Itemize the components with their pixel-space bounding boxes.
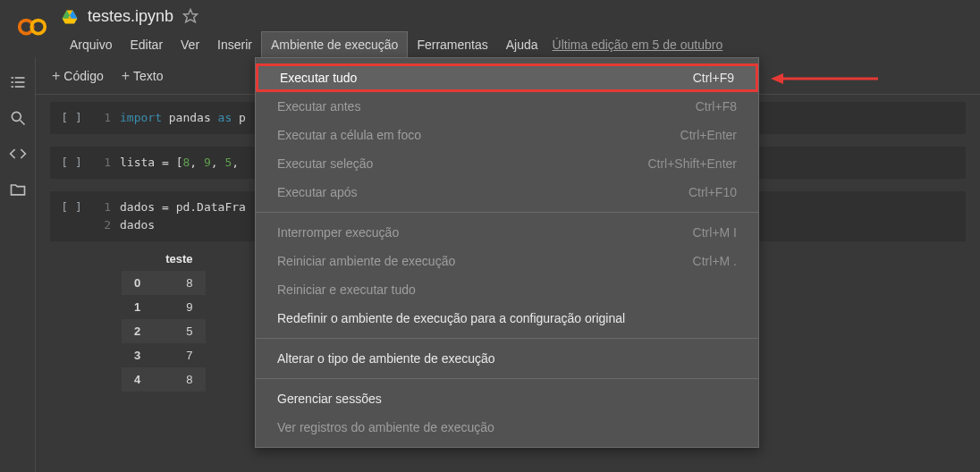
line-number: 2 <box>93 216 111 234</box>
cell-value: 5 <box>153 319 205 343</box>
table-row: 48 <box>122 367 206 392</box>
code-line: dados = pd.DataFra <box>120 198 246 216</box>
add-text-label: Texto <box>133 69 163 83</box>
svg-marker-6 <box>184 9 198 21</box>
output-table: teste0819253748 <box>122 247 206 392</box>
menu-item-shortcut: Ctrl+Enter <box>680 128 737 142</box>
menu-separator <box>256 378 758 379</box>
menu-item-label: Reiniciar ambiente de execução <box>277 254 455 268</box>
star-icon[interactable] <box>182 8 200 26</box>
menu-item-label: Interromper execução <box>277 225 399 240</box>
doc-title[interactable]: testes.ipynb <box>88 7 173 26</box>
left-sidebar <box>0 57 36 472</box>
add-text-button[interactable]: + Texto <box>114 64 171 88</box>
table-row: 08 <box>122 271 206 295</box>
menu-ambiente[interactable]: Ambiente de execução <box>261 31 408 57</box>
menu-item[interactable]: Redefinir o ambiente de execução para a … <box>256 304 758 333</box>
code-line: import pandas as p <box>120 109 246 127</box>
menu-ferramentas[interactable]: Ferramentas <box>408 32 496 57</box>
svg-rect-8 <box>14 77 24 79</box>
menu-item: Executar a célula em focoCtrl+Enter <box>256 121 758 149</box>
svg-marker-5 <box>63 18 78 23</box>
menu-separator <box>256 212 758 213</box>
cell-value: 9 <box>153 295 205 319</box>
search-icon[interactable] <box>9 109 27 127</box>
colab-logo <box>14 9 50 45</box>
menu-separator <box>256 338 758 339</box>
menu-item-shortcut: Ctrl+Shift+Enter <box>647 156 737 171</box>
menu-item-shortcut: Ctrl+F8 <box>696 99 737 114</box>
table-row: 19 <box>122 295 206 319</box>
svg-rect-7 <box>11 77 13 79</box>
svg-rect-10 <box>14 81 24 83</box>
menu-item-label: Executar após <box>277 185 358 199</box>
menu-item: Reiniciar ambiente de execuçãoCtrl+M . <box>256 247 758 275</box>
add-code-label: Código <box>63 69 103 83</box>
menu-item-label: Executar seleção <box>277 156 373 171</box>
menu-item: Executar seleçãoCtrl+Shift+Enter <box>256 149 758 178</box>
add-code-button[interactable]: + Código <box>45 64 111 88</box>
header-bar: testes.ipynb Arquivo Editar Ver Inserir … <box>0 0 980 57</box>
menu-arquivo[interactable]: Arquivo <box>61 32 121 57</box>
menu-item-label: Alterar o tipo de ambiente de execução <box>277 351 495 366</box>
svg-rect-9 <box>11 81 13 83</box>
table-row: 25 <box>122 319 206 343</box>
menu-item-label: Gerenciar sessões <box>277 392 382 406</box>
files-icon[interactable] <box>9 181 27 198</box>
last-edit-link[interactable]: Última edição em 5 de outubro <box>553 38 723 52</box>
menu-item-shortcut: Ctrl+F10 <box>689 185 737 199</box>
menu-ver[interactable]: Ver <box>172 32 208 57</box>
menu-item: Executar antesCtrl+F8 <box>256 92 758 121</box>
menu-item[interactable]: Alterar o tipo de ambiente de execução <box>256 344 758 373</box>
plus-icon: + <box>122 68 130 84</box>
menu-inserir[interactable]: Inserir <box>208 32 261 57</box>
menu-item-label: Executar antes <box>277 99 360 114</box>
row-index: 1 <box>122 295 153 319</box>
cell-value: 7 <box>153 343 205 367</box>
menu-item-shortcut: Ctrl+M . <box>693 254 737 268</box>
code-snippets-icon[interactable] <box>9 145 27 163</box>
menu-item-label: Reiniciar e executar tudo <box>277 282 416 297</box>
annotation-arrow <box>771 70 878 88</box>
menu-item-label: Ver registros do ambiente de execução <box>277 420 494 434</box>
row-index: 3 <box>122 343 153 367</box>
menu-item: Executar apósCtrl+F10 <box>256 178 758 206</box>
line-number: 1 <box>93 109 111 127</box>
svg-rect-11 <box>11 86 13 88</box>
code-line: dados <box>120 216 155 234</box>
svg-rect-12 <box>14 86 24 88</box>
row-index: 4 <box>122 367 153 392</box>
menu-item-label: Executar a célula em foco <box>277 128 421 142</box>
row-index: 2 <box>122 319 153 343</box>
column-header: teste <box>153 247 205 271</box>
cell-run-gutter[interactable]: [ ] <box>50 150 93 175</box>
line-number: 1 <box>93 198 111 216</box>
table-row: 37 <box>122 343 206 367</box>
svg-marker-16 <box>771 73 783 84</box>
row-index: 0 <box>122 271 153 295</box>
menu-editar[interactable]: Editar <box>121 32 172 57</box>
cell-value: 8 <box>153 271 205 295</box>
svg-line-14 <box>20 121 24 125</box>
menu-item: Ver registros do ambiente de execução <box>256 413 758 442</box>
menubar: Arquivo Editar Ver Inserir Ambiente de e… <box>61 26 980 57</box>
line-number: 1 <box>93 154 111 172</box>
menu-item-label: Redefinir o ambiente de execução para a … <box>277 311 625 325</box>
menu-item-label: Executar tudo <box>280 71 357 85</box>
plus-icon: + <box>52 68 60 84</box>
svg-point-13 <box>12 112 21 121</box>
code-line: lista = [8, 9, 5, <box>120 154 239 172</box>
cell-run-gutter[interactable]: [ ] <box>50 105 93 131</box>
runtime-dropdown: Executar tudoCtrl+F9Executar antesCtrl+F… <box>255 57 759 448</box>
menu-item[interactable]: Gerenciar sessões <box>256 384 758 413</box>
cell-value: 8 <box>153 367 205 392</box>
menu-item: Interromper execuçãoCtrl+M I <box>256 218 758 247</box>
menu-item-shortcut: Ctrl+M I <box>693 225 737 240</box>
menu-item[interactable]: Executar tudoCtrl+F9 <box>256 63 758 92</box>
menu-item: Reiniciar e executar tudo <box>256 275 758 304</box>
cell-run-gutter[interactable]: [ ] <box>50 195 93 238</box>
menu-ajuda[interactable]: Ajuda <box>497 32 547 57</box>
drive-icon <box>61 8 79 26</box>
toc-icon[interactable] <box>9 73 27 91</box>
menu-item-shortcut: Ctrl+F9 <box>693 71 734 85</box>
